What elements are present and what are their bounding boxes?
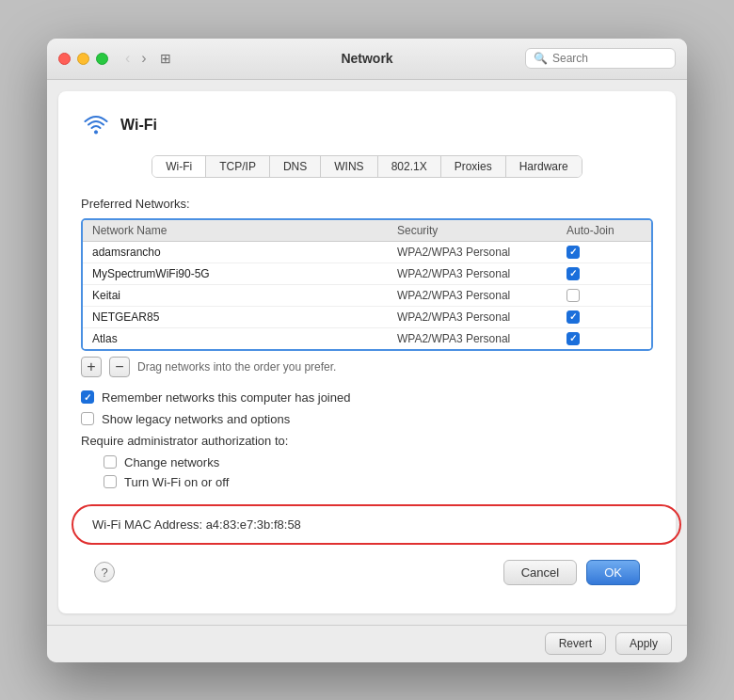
network-autojoin-cell bbox=[566, 267, 642, 280]
tab-wins[interactable]: WINS bbox=[321, 156, 377, 177]
col-header-autojoin: Auto-Join bbox=[566, 224, 642, 237]
search-icon: 🔍 bbox=[534, 52, 548, 65]
change-networks-checkbox[interactable] bbox=[104, 455, 117, 469]
tab-8021x[interactable]: 802.1X bbox=[378, 156, 441, 177]
turn-wifi-checkbox[interactable] bbox=[104, 475, 117, 488]
options-section: Remember networks this computer has join… bbox=[81, 390, 653, 489]
maximize-button[interactable] bbox=[96, 53, 108, 65]
dialog-action-buttons: Cancel OK bbox=[503, 560, 640, 585]
autojoin-checkbox[interactable] bbox=[566, 289, 580, 302]
autojoin-checkbox[interactable] bbox=[566, 332, 580, 345]
tabs-bar: Wi-Fi TCP/IP DNS WINS 802.1X Proxies Har… bbox=[152, 155, 582, 178]
table-header: Network Name Security Auto-Join bbox=[83, 220, 651, 242]
minimize-button[interactable] bbox=[77, 53, 89, 65]
system-preferences-window: ‹ › ⊞ Network 🔍 Wi-Fi bbox=[47, 39, 687, 662]
title-bar: ‹ › ⊞ Network 🔍 bbox=[47, 39, 687, 80]
preferred-networks-label: Preferred Networks: bbox=[81, 197, 653, 211]
table-row: NETGEAR85 WPA2/WPA3 Personal bbox=[83, 307, 651, 328]
network-autojoin-cell bbox=[566, 246, 642, 259]
ok-button[interactable]: OK bbox=[586, 560, 640, 585]
change-networks-label: Change networks bbox=[124, 455, 219, 469]
col-header-security: Security bbox=[397, 224, 566, 237]
table-body: adamsrancho WPA2/WPA3 Personal MySpectru… bbox=[83, 242, 651, 349]
svg-point-0 bbox=[94, 130, 98, 134]
networks-table: Network Name Security Auto-Join adamsran… bbox=[81, 218, 653, 351]
network-security: WPA2/WPA3 Personal bbox=[397, 332, 566, 345]
main-panel: Wi-Fi Wi-Fi TCP/IP DNS WINS 802.1X Proxi… bbox=[58, 91, 676, 613]
network-name: Atlas bbox=[92, 332, 397, 345]
mac-address-text: Wi-Fi MAC Address: a4:83:e7:3b:f8:58 bbox=[81, 512, 312, 537]
search-bar[interactable]: 🔍 bbox=[525, 48, 676, 69]
mac-section: Wi-Fi MAC Address: a4:83:e7:3b:f8:58 bbox=[81, 504, 653, 545]
network-security: WPA2/WPA3 Personal bbox=[397, 310, 566, 324]
turn-wifi-option: Turn Wi-Fi on or off bbox=[104, 475, 653, 489]
remove-network-button[interactable]: − bbox=[109, 357, 130, 377]
nav-arrows: ‹ › bbox=[121, 48, 151, 69]
network-autojoin-cell bbox=[566, 310, 642, 324]
tab-proxies[interactable]: Proxies bbox=[441, 156, 506, 177]
close-button[interactable] bbox=[58, 53, 71, 65]
add-network-button[interactable]: + bbox=[81, 357, 102, 377]
show-legacy-checkbox[interactable] bbox=[81, 412, 94, 425]
require-admin-label: Require administrator authorization to: bbox=[81, 434, 288, 448]
drag-hint-text: Drag networks into the order you prefer. bbox=[137, 360, 336, 374]
window-title: Network bbox=[341, 51, 392, 66]
grid-icon[interactable]: ⊞ bbox=[160, 51, 171, 66]
search-input[interactable] bbox=[552, 52, 667, 65]
require-admin-label-row: Require administrator authorization to: bbox=[81, 434, 653, 448]
autojoin-checkbox[interactable] bbox=[566, 246, 580, 259]
traffic-lights bbox=[58, 53, 108, 65]
table-actions: + − Drag networks into the order you pre… bbox=[81, 357, 653, 377]
remember-networks-label: Remember networks this computer has join… bbox=[102, 390, 350, 405]
revert-button[interactable]: Revert bbox=[545, 632, 606, 655]
dialog-bottom: ? Cancel OK bbox=[81, 545, 653, 595]
wifi-icon bbox=[81, 110, 111, 140]
help-button[interactable]: ? bbox=[94, 562, 115, 582]
autojoin-checkbox[interactable] bbox=[566, 267, 580, 280]
tab-hardware[interactable]: Hardware bbox=[506, 156, 582, 177]
forward-arrow-icon[interactable]: › bbox=[137, 48, 150, 69]
apply-button[interactable]: Apply bbox=[615, 632, 672, 655]
network-autojoin-cell bbox=[566, 332, 642, 345]
table-row: adamsrancho WPA2/WPA3 Personal bbox=[83, 242, 651, 263]
table-row: MySpectrumWiFi90-5G WPA2/WPA3 Personal bbox=[83, 263, 651, 285]
show-legacy-option: Show legacy networks and options bbox=[81, 412, 653, 426]
network-name: adamsrancho bbox=[92, 246, 397, 259]
network-security: WPA2/WPA3 Personal bbox=[397, 267, 566, 280]
network-name: NETGEAR85 bbox=[92, 310, 397, 324]
col-header-name: Network Name bbox=[92, 224, 397, 237]
network-name: Keitai bbox=[92, 289, 397, 302]
back-arrow-icon[interactable]: ‹ bbox=[121, 48, 134, 69]
tab-tcpip[interactable]: TCP/IP bbox=[206, 156, 270, 177]
show-legacy-label: Show legacy networks and options bbox=[102, 412, 290, 426]
network-security: WPA2/WPA3 Personal bbox=[397, 289, 566, 302]
turn-wifi-label: Turn Wi-Fi on or off bbox=[124, 475, 229, 489]
wifi-header: Wi-Fi bbox=[81, 110, 653, 140]
table-row: Atlas WPA2/WPA3 Personal bbox=[83, 328, 651, 349]
table-row: Keitai WPA2/WPA3 Personal bbox=[83, 285, 651, 307]
network-autojoin-cell bbox=[566, 289, 642, 302]
cancel-button[interactable]: Cancel bbox=[503, 560, 577, 585]
wifi-title: Wi-Fi bbox=[120, 117, 157, 134]
tab-wifi[interactable]: Wi-Fi bbox=[152, 156, 206, 177]
remember-networks-option: Remember networks this computer has join… bbox=[81, 390, 653, 405]
sub-options: Change networks Turn Wi-Fi on or off bbox=[104, 455, 653, 489]
change-networks-option: Change networks bbox=[104, 455, 653, 469]
syspref-bottom-bar: Revert Apply bbox=[47, 625, 687, 662]
network-name: MySpectrumWiFi90-5G bbox=[92, 267, 397, 280]
tab-dns[interactable]: DNS bbox=[270, 156, 321, 177]
network-security: WPA2/WPA3 Personal bbox=[397, 246, 566, 259]
remember-networks-checkbox[interactable] bbox=[81, 390, 94, 404]
autojoin-checkbox[interactable] bbox=[566, 310, 580, 324]
